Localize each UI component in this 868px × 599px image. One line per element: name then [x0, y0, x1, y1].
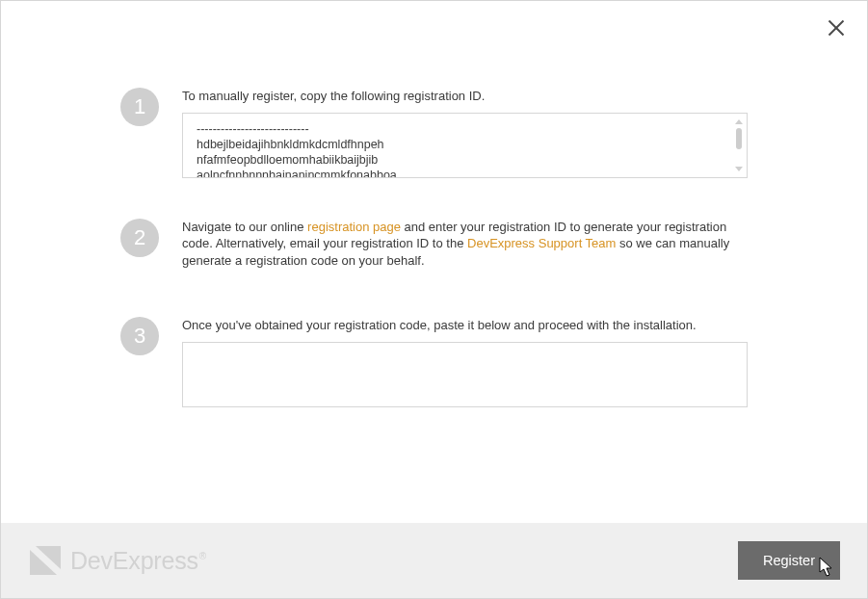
scroll-up-icon[interactable] [735, 119, 743, 124]
step-3-instruction: Once you've obtained your registration c… [182, 317, 748, 334]
scroll-down-icon[interactable] [735, 167, 743, 171]
close-button[interactable] [827, 18, 846, 38]
registration-id-box[interactable]: ---------------------------- hdbejlbeida… [182, 113, 748, 178]
devexpress-logo-icon [30, 546, 61, 575]
devexpress-logo: DevExpress® [30, 546, 206, 575]
registration-id-text: ---------------------------- hdbejlbeida… [197, 121, 725, 178]
step-2-instruction: Navigate to our online registration page… [182, 219, 748, 270]
close-icon [827, 18, 846, 38]
devexpress-logo-text: DevExpress® [70, 547, 206, 575]
dialog-content: 1 To manually register, copy the followi… [1, 1, 867, 523]
support-team-link[interactable]: DevExpress Support Team [467, 236, 616, 250]
registration-dialog: 1 To manually register, copy the followi… [0, 0, 868, 599]
registration-page-link[interactable]: registration page [307, 220, 401, 234]
scroll-thumb[interactable] [736, 128, 742, 149]
step-2: 2 Navigate to our online registration pa… [120, 219, 748, 277]
step-1: 1 To manually register, copy the followi… [120, 88, 748, 178]
register-button[interactable]: Register [738, 541, 840, 580]
step-3: 3 Once you've obtained your registration… [120, 317, 748, 410]
step-badge-3: 3 [120, 317, 159, 355]
step-2-text-pre: Navigate to our online [182, 220, 307, 234]
step-badge-1: 1 [120, 88, 159, 126]
step-badge-2: 2 [120, 219, 159, 257]
dialog-footer: DevExpress® Register [1, 523, 867, 598]
step-1-instruction: To manually register, copy the following… [182, 88, 748, 105]
registration-code-input[interactable] [182, 342, 748, 407]
scrollbar[interactable] [735, 119, 743, 171]
